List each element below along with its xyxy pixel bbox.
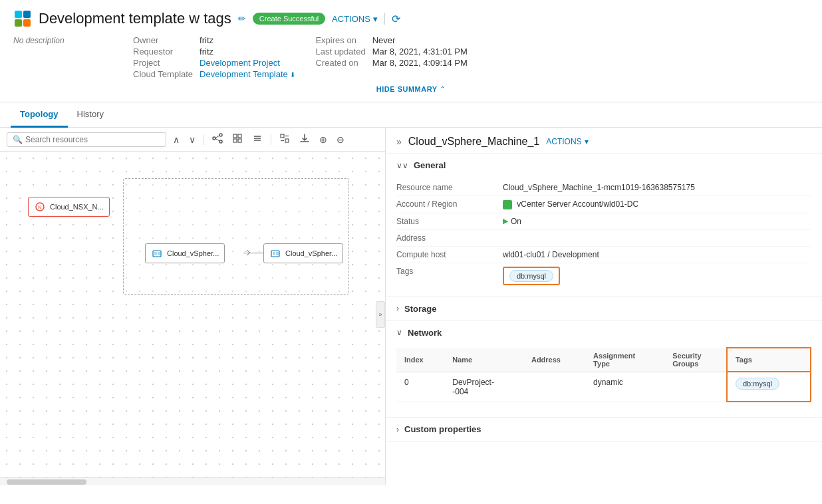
grid-view-icon[interactable]	[229, 132, 245, 147]
custom-properties-title: Custom properties	[404, 424, 481, 434]
actions-button[interactable]: ACTIONS ▾	[332, 14, 378, 24]
status-label: Status	[396, 217, 503, 226]
vsphere1-node-icon	[151, 247, 163, 259]
owner-value: fritz	[200, 35, 302, 46]
cell-address	[523, 372, 585, 402]
tags-row: Tags db:mysql	[396, 263, 811, 289]
tab-topology[interactable]: Topology	[11, 102, 68, 128]
detail-header: » Cloud_vSphere_Machine_1 ACTIONS ▾	[386, 128, 822, 154]
svg-rect-1	[23, 11, 31, 18]
account-region-value: vCenter Server Account/wld01-DC	[503, 199, 811, 209]
svg-rect-27	[276, 252, 279, 255]
col-security-groups: SecurityGroups	[664, 348, 727, 372]
svg-line-7	[215, 136, 219, 138]
panel-expand-handle[interactable]: »	[376, 301, 385, 328]
last-updated-label: Last updated	[315, 46, 372, 57]
cloud-template-link[interactable]: Development Template ⬇	[200, 69, 295, 79]
page-header: Development template w tags ✏ Create Suc…	[0, 0, 822, 102]
cell-tags: db:mysql	[727, 372, 811, 402]
app-logo	[13, 9, 32, 28]
tags-value: db:mysql	[503, 267, 811, 285]
topology-canvas: N Cloud_NSX_N... Cloud_vSpher... Cloud_v…	[0, 152, 385, 477]
search-box[interactable]: 🔍	[7, 132, 166, 147]
owner-label: Owner	[133, 35, 200, 46]
list-view-icon[interactable]	[249, 132, 265, 147]
network-section: ∨ Network Index Name Address AssignmentT…	[386, 321, 822, 418]
tags-highlight-box: db:mysql	[503, 267, 560, 285]
page-title: Development template w tags	[39, 10, 231, 27]
general-chevron-icon: ∨	[396, 161, 408, 170]
network-tag-chip: db:mysql	[736, 378, 779, 390]
col-index: Index	[396, 348, 444, 372]
sort-up-icon[interactable]: ∧	[170, 133, 182, 146]
expires-value: Never	[372, 35, 474, 46]
nsx-node-icon: N	[34, 201, 46, 213]
detail-collapse-icon[interactable]: »	[396, 136, 402, 147]
topology-graph-icon[interactable]	[209, 132, 225, 147]
compute-host-row: Compute host wld01-clu01 / Development	[396, 247, 811, 263]
divider	[384, 13, 385, 25]
chevron-down-icon: ▾	[373, 14, 378, 24]
svg-rect-24	[158, 252, 160, 255]
storage-section-title: Storage	[404, 304, 436, 314]
col-address: Address	[523, 348, 585, 372]
svg-text:N: N	[38, 205, 41, 209]
tab-bar: Topology History	[0, 102, 822, 128]
node-nsx[interactable]: N Cloud_NSX_N...	[28, 197, 110, 217]
zoom-in-icon[interactable]: ⊕	[317, 133, 330, 146]
toolbar-separator	[204, 134, 204, 145]
svg-rect-11	[233, 139, 237, 142]
topology-panel: 🔍 ∧ ∨ ⊕ ⊖	[0, 128, 386, 485]
cloud-template-label: Cloud Template	[133, 68, 200, 80]
download-icon[interactable]	[297, 132, 313, 147]
address-label: Address	[396, 233, 503, 243]
col-tags: Tags	[727, 348, 811, 372]
hide-summary-button[interactable]: HIDE SUMMARY	[376, 85, 438, 93]
project-link[interactable]: Development Project	[200, 58, 280, 68]
custom-properties-section: › Custom properties	[386, 418, 822, 441]
detail-actions-button[interactable]: ACTIONS ▾	[546, 137, 588, 146]
created-label: Created on	[315, 57, 372, 68]
account-region-label: Account / Region	[396, 199, 503, 209]
tab-history[interactable]: History	[68, 102, 113, 128]
network-table: Index Name Address AssignmentType Securi…	[396, 347, 811, 403]
scrollbar-thumb[interactable]	[7, 479, 86, 485]
status-row: Status ▶ On	[396, 213, 811, 230]
edit-icon[interactable]: ✏	[238, 13, 246, 24]
node-vsphere-1[interactable]: Cloud_vSpher...	[145, 243, 225, 263]
svg-point-4	[213, 137, 215, 140]
cell-assignment-type: dynamic	[585, 372, 664, 402]
svg-rect-23	[154, 252, 157, 255]
refresh-icon[interactable]: ⟳	[392, 13, 400, 25]
storage-section-header[interactable]: › Storage	[386, 297, 822, 320]
tag-chip: db:mysql	[509, 270, 553, 282]
address-row: Address	[396, 230, 811, 247]
network-section-header[interactable]: ∨ Network	[386, 321, 822, 344]
vsphere2-node-icon	[269, 247, 281, 259]
zoom-out-icon[interactable]: ⊖	[334, 133, 347, 146]
col-assignment-type: AssignmentType	[585, 348, 664, 372]
topology-scrollbar[interactable]	[0, 477, 385, 485]
sort-down-icon[interactable]: ∨	[186, 133, 198, 146]
meta-table-left: Owner fritz Requestor fritz Project Deve…	[133, 35, 302, 80]
search-input[interactable]	[25, 135, 160, 144]
svg-line-8	[215, 139, 219, 142]
svg-rect-17	[285, 139, 289, 142]
resource-name-label: Resource name	[396, 183, 503, 192]
general-fields: Resource name Cloud_vSphere_Machine_1-mc…	[386, 177, 822, 297]
resource-name-row: Resource name Cloud_vSphere_Machine_1-mc…	[396, 180, 811, 196]
general-section-header[interactable]: ∨ General	[386, 154, 822, 177]
created-value: Mar 8, 2021, 4:09:14 PM	[372, 57, 474, 68]
resource-name-value: Cloud_vSphere_Machine_1-mcm1019-16363857…	[503, 183, 811, 192]
general-section: ∨ General Resource name Cloud_vSphere_Ma…	[386, 154, 822, 297]
node-vsphere-2[interactable]: Cloud_vSpher...	[263, 243, 343, 263]
play-icon: ▶	[503, 217, 508, 225]
arrange-icon[interactable]	[277, 132, 293, 147]
vsphere2-node-label: Cloud_vSpher...	[285, 249, 337, 257]
topology-group-box	[123, 178, 349, 295]
compute-host-value: wld01-clu01 / Development	[503, 250, 811, 259]
custom-properties-header[interactable]: › Custom properties	[386, 418, 822, 441]
chevron-up-icon[interactable]: ⌃	[440, 85, 446, 93]
nsx-node-label: Cloud_NSX_N...	[50, 203, 104, 211]
general-section-title: General	[414, 160, 446, 170]
